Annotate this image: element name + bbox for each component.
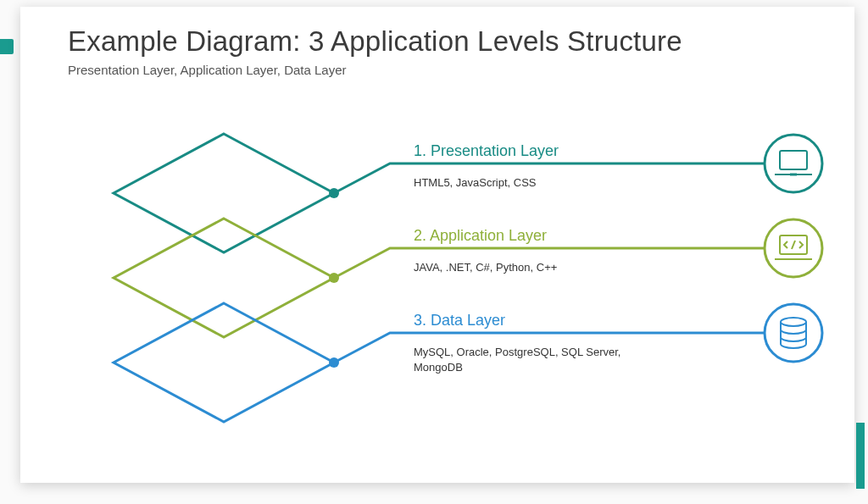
rhombus-application	[114, 219, 334, 337]
svg-marker-2	[114, 303, 334, 422]
layer-title: 1. Presentation Layer	[414, 142, 559, 160]
layer-block-application: 2. Application Layer JAVA, .NET, C#, Pyt…	[414, 227, 557, 275]
svg-point-15	[781, 318, 806, 326]
svg-rect-11	[780, 235, 807, 254]
code-laptop-icon	[765, 219, 822, 277]
page-subtitle: Presentation Layer, Application Layer, D…	[68, 63, 682, 77]
page-title: Example Diagram: 3 Application Levels St…	[68, 25, 682, 58]
layer-desc: HTML5, JavaScript, CSS	[414, 175, 559, 191]
svg-point-5	[329, 357, 339, 368]
layer-block-presentation: 1. Presentation Layer HTML5, JavaScript,…	[414, 142, 559, 191]
svg-point-3	[329, 188, 339, 198]
layer-desc: JAVA, .NET, C#, Python, C++	[414, 260, 557, 275]
layer-desc: MySQL, Oracle, PostgreSQL, SQL Server, M…	[414, 345, 668, 374]
database-icon	[765, 304, 822, 362]
header: Example Diagram: 3 Application Levels St…	[68, 25, 682, 77]
svg-marker-1	[114, 219, 334, 337]
svg-line-13	[792, 241, 795, 249]
layer-title: 2. Application Layer	[414, 227, 557, 245]
accent-right	[856, 423, 865, 489]
svg-point-10	[765, 219, 822, 277]
layer-title: 3. Data Layer	[414, 312, 668, 330]
rhombus-data	[114, 303, 334, 422]
accent-left	[0, 39, 14, 54]
layer-block-data: 3. Data Layer MySQL, Oracle, PostgreSQL,…	[414, 312, 668, 374]
rhombus-presentation	[114, 134, 334, 252]
svg-rect-7	[780, 151, 807, 169]
svg-point-6	[765, 135, 822, 192]
svg-point-4	[329, 273, 339, 283]
svg-point-14	[765, 304, 822, 362]
laptop-icon	[765, 135, 822, 192]
slide-card: Example Diagram: 3 Application Levels St…	[20, 7, 854, 483]
svg-marker-0	[114, 134, 334, 252]
